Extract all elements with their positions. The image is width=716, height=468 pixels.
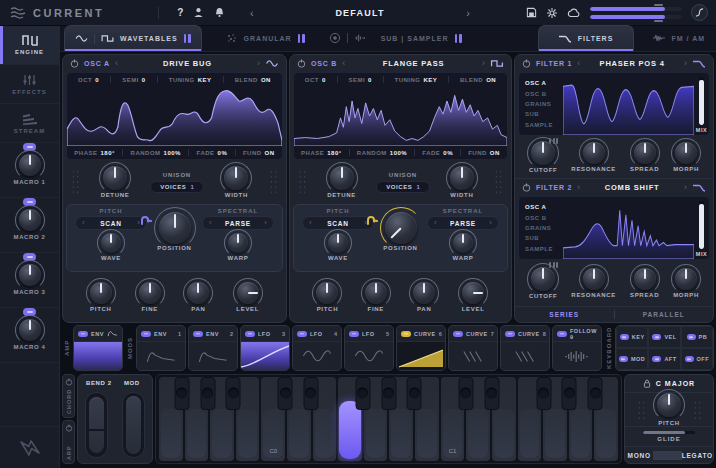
filter-2-source-osc-b[interactable]: OSC B xyxy=(525,215,563,221)
param-value[interactable]: 0% xyxy=(443,150,453,156)
osc-b-next-arrow[interactable]: › xyxy=(482,59,485,68)
mod-slot-key[interactable]: KEY xyxy=(616,326,648,348)
param-value[interactable]: ON xyxy=(261,77,271,83)
osc-a-voices-selector[interactable]: VOICES 1 xyxy=(150,181,204,193)
filter-1-morph-knob[interactable] xyxy=(675,142,697,164)
filter-1-source-osc-b[interactable]: OSC B xyxy=(525,91,563,97)
param-value[interactable]: 0 xyxy=(322,77,326,83)
osc-a-wave-knob[interactable] xyxy=(101,233,121,253)
param-value[interactable]: KEY xyxy=(424,77,438,83)
user-icon[interactable] xyxy=(193,7,204,18)
mod-card-lfo-3[interactable]: LFO 3 xyxy=(240,325,290,371)
sub-sampler-pause-icon[interactable] xyxy=(455,34,462,43)
help-icon[interactable]: ? xyxy=(177,7,183,18)
filter-2-resonance-knob[interactable] xyxy=(583,268,605,290)
osc-b-position-knob[interactable] xyxy=(385,212,417,244)
routing-parallel-button[interactable]: PARALLEL xyxy=(615,311,714,318)
param-value[interactable]: 100% xyxy=(390,150,407,156)
param-value[interactable]: 0 xyxy=(95,77,99,83)
filter-2-spread-knob[interactable] xyxy=(634,268,656,290)
param-value[interactable]: 180° xyxy=(101,150,115,156)
save-icon[interactable] xyxy=(526,7,537,18)
osc-b-warp-knob[interactable] xyxy=(453,233,473,253)
osc-a-pitch-mode-selector[interactable]: ‹SCAN› xyxy=(75,216,147,230)
param-value[interactable]: ON xyxy=(490,150,500,156)
filter-2-prev-arrow[interactable]: ‹ xyxy=(577,183,580,192)
param-value[interactable]: ON xyxy=(486,77,496,83)
macro-1-knob[interactable] xyxy=(19,154,41,176)
chord-power-icon[interactable] xyxy=(65,378,73,386)
filter-2-cutoff-knob[interactable] xyxy=(531,267,555,291)
scale-name[interactable]: C MAJOR xyxy=(656,380,695,387)
param-value[interactable]: 100% xyxy=(164,150,181,156)
gear-icon[interactable] xyxy=(546,7,558,19)
mod-card-env-2[interactable]: ENV 2 xyxy=(188,325,238,371)
square-wave-icon[interactable] xyxy=(490,59,504,68)
osc-b-detune-knob[interactable] xyxy=(330,166,354,190)
sidebar-item-engine[interactable]: ENGINE xyxy=(0,26,59,65)
osc-a-pan-knob[interactable] xyxy=(187,282,209,304)
black-key[interactable] xyxy=(381,377,396,410)
mod-handle[interactable] xyxy=(652,334,661,340)
curve-6-display[interactable] xyxy=(397,341,445,370)
filter-1-source-sample[interactable]: SAMPLE xyxy=(525,122,563,128)
keyboard-pitch-knob[interactable] xyxy=(657,393,681,417)
mod-slot-off[interactable]: OFF xyxy=(681,348,713,370)
filter-2-preset[interactable]: COMB SHIFT xyxy=(585,183,679,192)
osc-a-level-knob[interactable] xyxy=(237,282,259,304)
mod-handle[interactable] xyxy=(349,331,359,337)
osc-a-width-knob[interactable] xyxy=(224,166,248,190)
black-key[interactable] xyxy=(200,377,215,410)
black-key[interactable] xyxy=(174,377,189,410)
mod-slot-pb[interactable]: PB xyxy=(681,326,713,348)
osc-b-wavetable-display[interactable]: OCT0 SEMI0 TUNINGKEY BLENDON PHASE180° xyxy=(293,72,508,160)
filter-2-morph-knob[interactable] xyxy=(675,268,697,290)
osc-a-fine-knob[interactable] xyxy=(139,282,161,304)
filter-1-power-icon[interactable] xyxy=(522,59,531,68)
arp-section[interactable]: ARP xyxy=(62,420,75,464)
mod-handle[interactable] xyxy=(453,331,463,337)
filter-1-source-osc-a[interactable]: OSC A xyxy=(525,80,563,86)
mod-handle[interactable] xyxy=(619,356,628,362)
osc-a-spectral-mode-selector[interactable]: ‹PARSE› xyxy=(202,216,274,230)
mod-handle[interactable] xyxy=(245,331,255,337)
osc-b-pitch-knob[interactable] xyxy=(316,282,338,304)
tab-wavetables[interactable]: WAVETABLES xyxy=(64,25,202,51)
tab-granular[interactable]: GRANULAR xyxy=(216,25,315,51)
black-key[interactable] xyxy=(562,377,577,410)
filter-1-next-arrow[interactable]: › xyxy=(684,59,687,68)
osc-b-fine-knob[interactable] xyxy=(365,282,387,304)
mod-card-lfo-4[interactable]: LFO 4 xyxy=(292,325,342,371)
amp-env-display[interactable] xyxy=(74,341,122,370)
filter-1-resonance-knob[interactable] xyxy=(583,142,605,164)
param-value[interactable]: 0 xyxy=(368,77,372,83)
mod-handle[interactable] xyxy=(557,331,567,337)
filter-1-source-grains[interactable]: GRAINS xyxy=(525,101,563,107)
osc-b-prev-arrow[interactable]: ‹ xyxy=(342,59,345,68)
osc-a-warp-knob[interactable] xyxy=(228,233,248,253)
osc-a-power-icon[interactable] xyxy=(70,59,79,68)
macro-3-knob[interactable] xyxy=(19,264,41,286)
filter-2-next-arrow[interactable]: › xyxy=(684,183,687,192)
filter-1-cutoff-knob[interactable] xyxy=(531,141,555,165)
macro-2-knob[interactable] xyxy=(19,209,41,231)
master-volume-slider[interactable] xyxy=(590,7,682,19)
param-value[interactable]: 0% xyxy=(218,150,228,156)
mod-handle[interactable] xyxy=(401,331,411,337)
mod-slot-aft[interactable]: AFT xyxy=(648,348,680,370)
osc-a-prev-arrow[interactable]: ‹ xyxy=(115,59,118,68)
mod-handle[interactable] xyxy=(687,334,696,340)
mod-card-follow-9[interactable]: FOLLOW 9 xyxy=(552,325,602,371)
osc-b-level-knob[interactable] xyxy=(462,282,484,304)
mod-slot-vel[interactable]: VEL xyxy=(648,326,680,348)
osc-b-pitch-mode-selector[interactable]: ‹SCAN› xyxy=(302,216,374,230)
keyboard-keys[interactable]: C0C1 xyxy=(155,374,622,464)
filter-2-source-sub[interactable]: SUB xyxy=(525,235,563,241)
mod-wheel[interactable] xyxy=(122,392,145,458)
filter-2-source-grains[interactable]: GRAINS xyxy=(525,225,563,231)
black-key[interactable] xyxy=(226,377,241,410)
filter-1-preset[interactable]: PHASER POS 4 xyxy=(585,59,679,68)
mod-handle[interactable] xyxy=(652,356,661,362)
arp-power-icon[interactable] xyxy=(65,424,73,432)
volume-handle-bottom[interactable] xyxy=(654,20,663,22)
